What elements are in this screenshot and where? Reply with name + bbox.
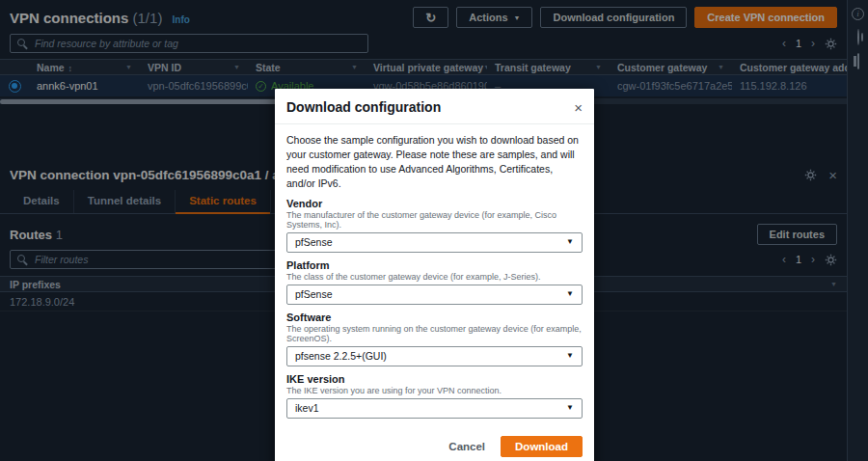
vendor-description: The manufacturer of the customer gateway… <box>286 210 583 230</box>
close-icon: × <box>574 99 583 116</box>
software-select-value: pfsense 2.2.5+(GUI) <box>295 350 387 362</box>
download-configuration-dialog: Download configuration × Choose the samp… <box>275 89 594 461</box>
platform-label: Platform <box>286 259 583 271</box>
modal-body: Choose the sample configuration you wish… <box>275 124 594 427</box>
platform-field: Platform The class of the customer gatew… <box>286 259 583 305</box>
modal-title: Download configuration <box>286 99 441 115</box>
modal-close-button[interactable]: × <box>574 100 583 115</box>
platform-select[interactable]: pfSense ▼ <box>286 285 583 305</box>
ike-version-field: IKE version The IKE version you are usin… <box>286 373 583 419</box>
chevron-down-icon: ▼ <box>566 404 574 412</box>
vpn-console-page: VPN connections (1/1) Info ↻ Actions ▼ D… <box>0 0 868 461</box>
platform-select-value: pfSense <box>295 288 333 300</box>
software-select[interactable]: pfsense 2.2.5+(GUI) ▼ <box>286 346 583 366</box>
vendor-select-value: pfSense <box>295 236 333 248</box>
vendor-field: Vendor The manufacturer of the customer … <box>286 198 583 253</box>
software-label: Software <box>286 312 583 323</box>
software-field: Software The operating system running on… <box>286 312 583 366</box>
platform-description: The class of the customer gateway device… <box>286 272 583 282</box>
cancel-button[interactable]: Cancel <box>448 441 485 452</box>
vendor-label: Vendor <box>286 198 583 209</box>
ike-version-label: IKE version <box>286 373 583 385</box>
vendor-select[interactable]: pfSense ▼ <box>286 232 583 253</box>
modal-footer: Cancel Download <box>275 427 594 461</box>
modal-description: Choose the sample configuration you wish… <box>286 133 583 191</box>
chevron-down-icon: ▼ <box>566 238 574 246</box>
chevron-down-icon: ▼ <box>566 290 574 298</box>
ike-version-select[interactable]: ikev1 ▼ <box>286 398 583 419</box>
modal-header: Download configuration × <box>275 89 594 124</box>
ike-version-description: The IKE version you are using for your V… <box>286 386 583 395</box>
download-button[interactable]: Download <box>501 436 583 457</box>
ike-version-select-value: ikev1 <box>295 402 319 414</box>
chevron-down-icon: ▼ <box>566 352 574 360</box>
software-description: The operating system running on the cust… <box>286 324 583 343</box>
